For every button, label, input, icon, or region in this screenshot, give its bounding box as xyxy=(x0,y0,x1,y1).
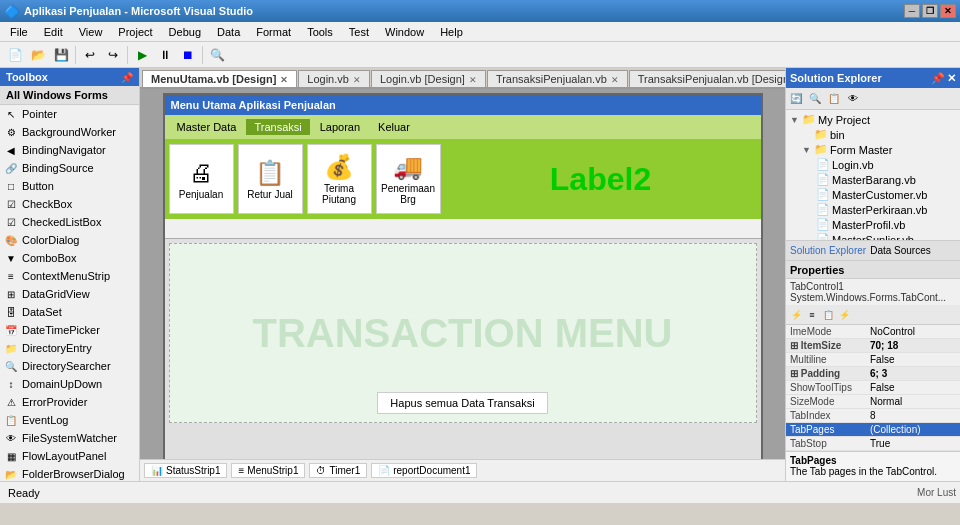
tab-4[interactable]: TransaksiPenjualan.vb [Design]✕ xyxy=(629,70,785,87)
stop-button[interactable]: ⏹ xyxy=(177,44,199,66)
toolbox-item-dataset[interactable]: 🗄DataSet xyxy=(0,303,139,321)
tab-2[interactable]: Login.vb [Design]✕ xyxy=(371,70,486,87)
menu-item-test[interactable]: Test xyxy=(341,24,377,40)
se-view-btn[interactable]: 👁 xyxy=(844,90,862,108)
props-val[interactable]: NoControl xyxy=(866,325,960,339)
se-node-formmaster[interactable]: ▼ 📁 Form Master xyxy=(788,142,958,157)
restore-button[interactable]: ❐ xyxy=(922,4,938,18)
toolbox-section[interactable]: All Windows Forms xyxy=(0,86,139,105)
menu-item-window[interactable]: Window xyxy=(377,24,432,40)
se-filter-btn[interactable]: 🔍 xyxy=(806,90,824,108)
props-event-btn[interactable]: ⚡ xyxy=(836,307,852,323)
tab-0[interactable]: MenuUtama.vb [Design]✕ xyxy=(142,70,297,89)
toolbox-item-eventlog[interactable]: 📋EventLog xyxy=(0,411,139,429)
menu-item-data[interactable]: Data xyxy=(209,24,248,40)
retur-jual-button[interactable]: 📋 Retur Jual xyxy=(238,144,303,214)
props-val-tabpages[interactable]: (Collection) xyxy=(866,423,960,437)
terima-piutang-button[interactable]: 💰 Terima Piutang xyxy=(307,144,372,214)
hapus-button[interactable]: Hapus semua Data Transaksi xyxy=(377,392,547,414)
se-node-mastercustomer[interactable]: 📄 MasterCustomer.vb xyxy=(788,187,958,202)
minimize-button[interactable]: ─ xyxy=(904,4,920,18)
se-refresh-btn[interactable]: 🔄 xyxy=(787,90,805,108)
menu-item-project[interactable]: Project xyxy=(110,24,160,40)
toolbox-item-checkbox[interactable]: ☑CheckBox xyxy=(0,195,139,213)
penjualan-button[interactable]: 🖨 Penjualan xyxy=(169,144,234,214)
toolbox-item-errorprovider[interactable]: ⚠ErrorProvider xyxy=(0,393,139,411)
se-pin-button[interactable]: 📌 xyxy=(931,72,945,85)
undo-button[interactable]: ↩ xyxy=(79,44,101,66)
props-prop-btn[interactable]: 📋 xyxy=(820,307,836,323)
toolbox-item-combobox[interactable]: ▼ComboBox xyxy=(0,249,139,267)
design-area[interactable]: Menu Utama Aplikasi Penjualan Master Dat… xyxy=(140,89,785,459)
se-tab-solution[interactable]: Solution Explorer xyxy=(790,245,866,256)
toolbox-item-flowlayoutpanel[interactable]: ▦FlowLayoutPanel xyxy=(0,447,139,465)
form-menu-laporan[interactable]: Laporan xyxy=(312,119,368,135)
toolbox-item-button[interactable]: □Button xyxy=(0,177,139,195)
props-alpha-btn[interactable]: ⚡ xyxy=(788,307,804,323)
se-props-btn[interactable]: 📋 xyxy=(825,90,843,108)
menu-item-file[interactable]: File xyxy=(2,24,36,40)
form-menu-transaksi[interactable]: Transaksi xyxy=(246,119,309,135)
se-node-masterperkiraan[interactable]: 📄 MasterPerkiraan.vb xyxy=(788,202,958,217)
menu-item-tools[interactable]: Tools xyxy=(299,24,341,40)
tab-close-0[interactable]: ✕ xyxy=(280,75,288,85)
props-val[interactable]: 8 xyxy=(866,409,960,423)
toolbox-item-folderbrowserdialog[interactable]: 📂FolderBrowserDialog xyxy=(0,465,139,481)
menu-item-view[interactable]: View xyxy=(71,24,111,40)
start-button[interactable]: ▶ xyxy=(131,44,153,66)
form-menu-masterdata[interactable]: Master Data xyxy=(169,119,245,135)
toolbox-item-datagridview[interactable]: ⊞DataGridView xyxy=(0,285,139,303)
props-val[interactable]: False xyxy=(866,353,960,367)
toolbox-item-colordialog[interactable]: 🎨ColorDialog xyxy=(0,231,139,249)
statusstrip-item[interactable]: 📊 StatusStrip1 xyxy=(144,463,227,478)
toolbox-item-datetimepicker[interactable]: 📅DateTimePicker xyxy=(0,321,139,339)
props-val-itemsize[interactable]: 70; 18 xyxy=(866,339,960,353)
menu-item-debug[interactable]: Debug xyxy=(161,24,209,40)
tab-close-1[interactable]: ✕ xyxy=(353,75,361,85)
props-val[interactable]: Normal xyxy=(866,395,960,409)
report-item[interactable]: 📄 reportDocument1 xyxy=(371,463,477,478)
toolbox-item-bindingnavigator[interactable]: ◀BindingNavigator xyxy=(0,141,139,159)
menu-item-help[interactable]: Help xyxy=(432,24,471,40)
save-button[interactable]: 💾 xyxy=(50,44,72,66)
toolbox-item-bindingsource[interactable]: 🔗BindingSource xyxy=(0,159,139,177)
toolbox-item-pointer[interactable]: ↖Pointer xyxy=(0,105,139,123)
menustrip-item[interactable]: ≡ MenuStrip1 xyxy=(231,463,305,478)
tab-close-3[interactable]: ✕ xyxy=(611,75,619,85)
toolbox-item-contextmenustrip[interactable]: ≡ContextMenuStrip xyxy=(0,267,139,285)
timer-item[interactable]: ⏱ Timer1 xyxy=(309,463,367,478)
tab-1[interactable]: Login.vb✕ xyxy=(298,70,370,87)
se-tab-datasources[interactable]: Data Sources xyxy=(870,245,931,256)
pause-button[interactable]: ⏸ xyxy=(154,44,176,66)
redo-button[interactable]: ↪ xyxy=(102,44,124,66)
penerimaan-brg-button[interactable]: 🚚 Penerimaan Brg xyxy=(376,144,441,214)
se-node-bin[interactable]: 📁 bin xyxy=(788,127,958,142)
menu-item-edit[interactable]: Edit xyxy=(36,24,71,40)
toolbox-pin[interactable]: 📌 xyxy=(121,72,133,83)
props-val[interactable]: True xyxy=(866,437,960,451)
se-node-mastersuplier[interactable]: 📄 MasterSuplier.vb xyxy=(788,232,958,240)
se-node-masterbarang[interactable]: 📄 MasterBarang.vb xyxy=(788,172,958,187)
tab-close-2[interactable]: ✕ xyxy=(469,75,477,85)
toolbar-btn-5[interactable]: 🔍 xyxy=(206,44,228,66)
toolbox-item-backgroundworker[interactable]: ⚙BackgroundWorker xyxy=(0,123,139,141)
se-node-masterprofil[interactable]: 📄 MasterProfil.vb xyxy=(788,217,958,232)
toolbox-item-domainupdown[interactable]: ↕DomainUpDown xyxy=(0,375,139,393)
props-row-tabpages[interactable]: TabPages (Collection) xyxy=(786,423,960,437)
open-button[interactable]: 📂 xyxy=(27,44,49,66)
se-node-myproject[interactable]: ▼ 📁 My Project xyxy=(788,112,958,127)
se-close-button[interactable]: ✕ xyxy=(947,72,956,85)
se-node-loginvb[interactable]: 📄 Login.vb xyxy=(788,157,958,172)
toolbox-item-directoryentry[interactable]: 📁DirectoryEntry xyxy=(0,339,139,357)
close-button[interactable]: ✕ xyxy=(940,4,956,18)
props-cat-btn[interactable]: ≡ xyxy=(804,307,820,323)
toolbox-item-directorysearcher[interactable]: 🔍DirectorySearcher xyxy=(0,357,139,375)
toolbox-item-checkedlistbox[interactable]: ☑CheckedListBox xyxy=(0,213,139,231)
menu-item-format[interactable]: Format xyxy=(248,24,299,40)
form-menu-keluar[interactable]: Keluar xyxy=(370,119,418,135)
props-val[interactable]: False xyxy=(866,381,960,395)
new-button[interactable]: 📄 xyxy=(4,44,26,66)
tab-3[interactable]: TransaksiPenjualan.vb✕ xyxy=(487,70,628,87)
props-val-padding[interactable]: 6; 3 xyxy=(866,367,960,381)
toolbox-item-filesystemwatcher[interactable]: 👁FileSystemWatcher xyxy=(0,429,139,447)
